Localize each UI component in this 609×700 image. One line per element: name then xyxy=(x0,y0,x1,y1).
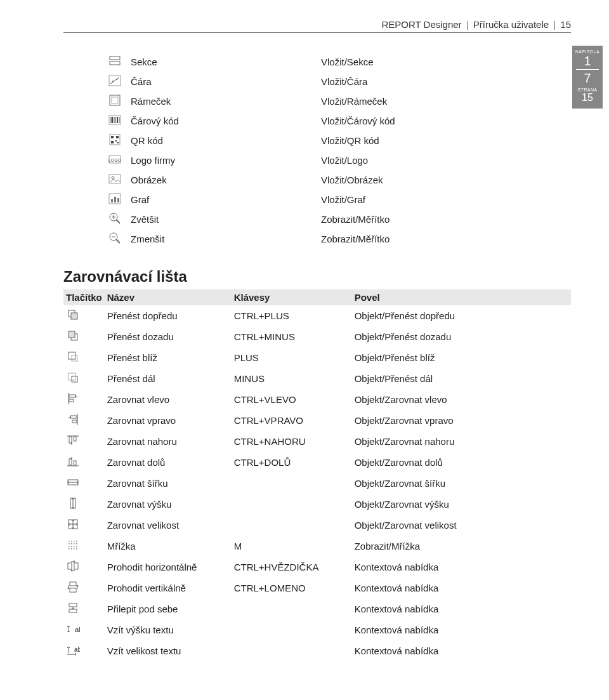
align-row-cmd: Objekt/Zarovnat výšku xyxy=(355,499,449,510)
align-row-keys: CTRL+VLEVO xyxy=(234,394,296,405)
sidebar-kapitola-label: KAPITOLA xyxy=(572,50,603,54)
alignment-table-row: Přenést dozaduCTRL+MINUSObjekt/Přenést d… xyxy=(63,326,571,347)
sidebar-divider xyxy=(576,69,599,70)
logo-icon: LOGO xyxy=(108,152,122,166)
bring-near-icon xyxy=(66,350,80,364)
insert-row-name: Graf xyxy=(131,194,149,205)
svg-rect-88 xyxy=(69,609,77,612)
line-icon xyxy=(108,74,122,88)
align-row-name: Zarovnat vpravo xyxy=(107,415,176,426)
align-row-name: Prohodit vertikálně xyxy=(107,583,186,593)
align-row-name: Přenést blíž xyxy=(107,352,157,363)
align-row-cmd: Kontextová nabídka xyxy=(355,645,439,656)
svg-point-4 xyxy=(112,81,114,82)
svg-line-3 xyxy=(110,77,119,84)
align-row-name: Prohodit horizontálně xyxy=(107,562,197,572)
svg-rect-75 xyxy=(76,541,77,542)
align-row-keys: CTRL+HVĚZDIČKA xyxy=(234,562,319,572)
align-row-cmd: Objekt/Zarovnat vlevo xyxy=(355,394,447,405)
svg-rect-6 xyxy=(110,95,120,105)
align-row-cmd: Zobrazit/Mřížka xyxy=(355,541,420,551)
send-back-icon xyxy=(66,329,80,343)
svg-rect-78 xyxy=(76,548,77,550)
insert-row-cmd: Vložit/Čárový kód xyxy=(321,116,395,126)
svg-rect-18 xyxy=(111,141,114,143)
svg-point-5 xyxy=(116,79,117,80)
align-row-cmd: Objekt/Zarovnat nahoru xyxy=(355,436,455,447)
svg-rect-74 xyxy=(74,548,75,550)
insert-row-name: Zmenšit xyxy=(131,234,164,244)
insert-table-row: SekceVložit/Sekce xyxy=(108,52,571,72)
svg-rect-69 xyxy=(71,546,72,547)
insert-row-name: Rámeček xyxy=(131,96,171,107)
take-th-icon: ab xyxy=(66,622,80,636)
align-size-icon xyxy=(66,517,80,531)
image-icon xyxy=(108,172,122,186)
sidebar-page: 15 xyxy=(572,92,603,103)
svg-rect-1 xyxy=(110,62,120,65)
alignment-table-row: Přenést blížPLUSObjekt/Přenést blíž xyxy=(63,347,571,368)
svg-rect-42 xyxy=(72,376,77,382)
svg-rect-19 xyxy=(115,140,117,142)
align-row-name: Zarovnat vlevo xyxy=(107,394,169,405)
align-right-icon xyxy=(66,413,80,426)
svg-rect-26 xyxy=(111,199,113,202)
svg-rect-16 xyxy=(111,136,114,138)
align-row-cmd: Objekt/Zarovnat velikost xyxy=(355,520,457,531)
zoomin-icon xyxy=(108,211,122,225)
frame-icon xyxy=(108,93,122,107)
align-row-name: Zarovnat výšku xyxy=(107,499,172,510)
align-row-cmd: Objekt/Přenést dopředu xyxy=(355,310,455,321)
svg-rect-0 xyxy=(110,56,120,60)
swap-h-icon xyxy=(66,559,80,573)
insert-table-row: Čárový kódVložit/Čárový kód xyxy=(108,111,571,131)
alignment-table-row: Zarovnat vpravoCTRL+VPRAVOObjekt/Zarovna… xyxy=(63,410,571,431)
svg-rect-67 xyxy=(71,541,72,542)
align-row-cmd: Kontextová nabídka xyxy=(355,604,439,614)
svg-rect-70 xyxy=(71,548,72,550)
insert-row-cmd: Zobrazit/Měřítko xyxy=(321,234,390,244)
swap-v-icon xyxy=(66,580,80,594)
svg-rect-80 xyxy=(74,563,78,569)
insert-row-cmd: Vložit/Obrázek xyxy=(321,175,383,185)
svg-point-24 xyxy=(112,176,114,179)
insert-row-name: Čára xyxy=(131,76,152,87)
page-header: REPORT Designer | Příručka uživatele | 1… xyxy=(63,19,571,33)
align-row-name: Mřížka xyxy=(107,541,136,551)
svg-rect-55 xyxy=(74,461,76,465)
insert-toolbar-table: SekceVložit/SekceČáraVložit/ČáraRámečekV… xyxy=(108,52,571,249)
insert-table-row: LOGOLogo firmyVložit/Logo xyxy=(108,150,571,170)
alignment-table-row: Zarovnat dolůCTRL+DOLŮObjekt/Zarovnat do… xyxy=(63,452,571,473)
align-row-keys: CTRL+VPRAVO xyxy=(234,415,303,426)
header-sep-1: | xyxy=(466,19,469,30)
insert-row-name: Zvětšit xyxy=(131,214,159,225)
insert-row-cmd: Vložit/Graf xyxy=(321,194,365,205)
align-row-keys: M xyxy=(234,541,242,551)
align-row-cmd: Kontextová nabídka xyxy=(355,562,439,572)
align-row-name: Zarovnat velikost xyxy=(107,520,179,531)
alignment-toolbar-table: TlačítkoNázevKlávesyPovelPřenést dopředu… xyxy=(63,289,571,661)
svg-rect-76 xyxy=(76,543,77,545)
insert-row-name: QR kód xyxy=(131,135,163,146)
align-row-keys: CTRL+NAHORU xyxy=(234,436,306,447)
header-sep-2: | xyxy=(553,19,556,30)
svg-rect-72 xyxy=(74,543,75,545)
section-icon xyxy=(108,54,122,68)
svg-rect-37 xyxy=(71,313,77,319)
svg-rect-17 xyxy=(116,136,119,138)
svg-rect-46 xyxy=(69,399,74,402)
svg-rect-7 xyxy=(112,97,118,103)
align-row-name: Přenést dozadu xyxy=(107,331,174,342)
insert-row-name: Sekce xyxy=(131,56,157,67)
svg-rect-28 xyxy=(117,198,119,202)
align-row-cmd: Objekt/Přenést blíž xyxy=(355,352,435,363)
align-row-cmd: Objekt/Zarovnat vpravo xyxy=(355,415,454,426)
svg-rect-66 xyxy=(69,548,70,550)
align-row-name: Zarovnat nahoru xyxy=(107,436,177,447)
svg-rect-27 xyxy=(114,197,116,202)
bring-front-icon xyxy=(66,308,80,322)
align-top-icon xyxy=(66,433,80,447)
header-doc: Příručka uživatele xyxy=(473,19,549,30)
svg-rect-83 xyxy=(70,582,76,586)
th-name: Název xyxy=(107,292,134,303)
